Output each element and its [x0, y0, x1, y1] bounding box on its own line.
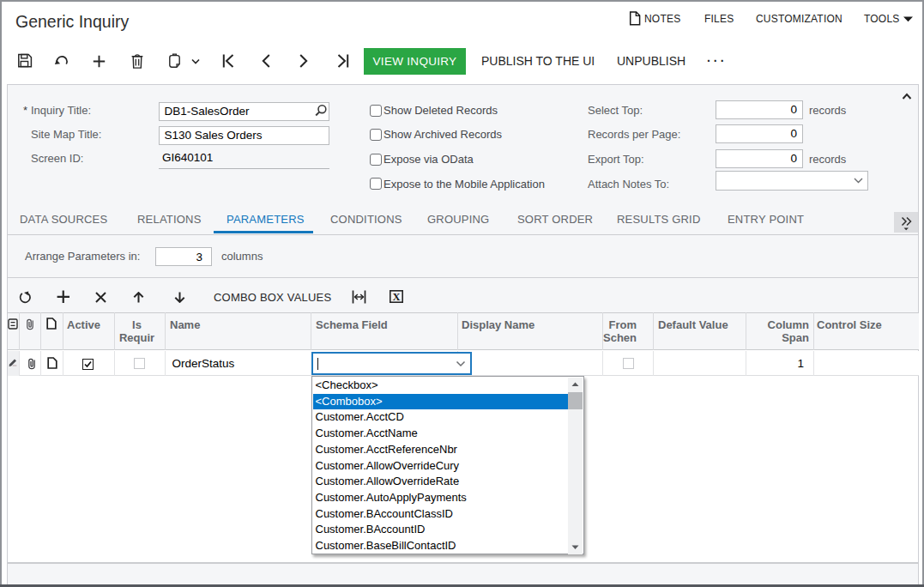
- svg-text:X: X: [392, 291, 400, 303]
